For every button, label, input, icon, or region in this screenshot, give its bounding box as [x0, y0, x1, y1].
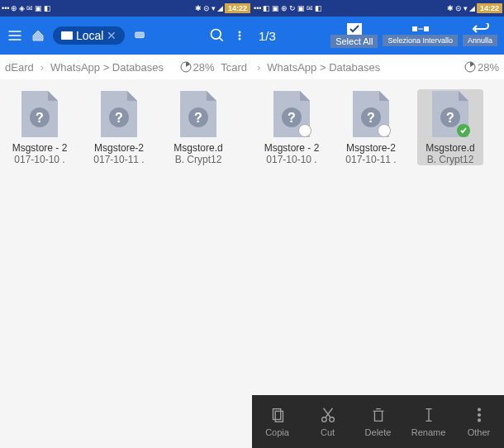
file-item[interactable]: ? Msgstore - 2 017-10-10 .	[7, 89, 73, 165]
rename-icon	[420, 406, 438, 424]
select-all-label[interactable]: Select All	[330, 35, 378, 48]
file-item[interactable]: ? Msgstore-2 017-10-11 .	[338, 89, 404, 165]
svg-point-5	[239, 38, 240, 40]
file-pane-left: ? Msgstore - 2 017-10-10 . ? Msgstore-2 …	[0, 79, 252, 175]
file-icon: ?	[177, 89, 220, 139]
selection-counter: 1/3	[259, 29, 276, 43]
svg-text:?: ?	[194, 111, 202, 125]
file-date: 017-10-10 .	[259, 154, 325, 165]
file-date: 017-10-10 .	[7, 154, 73, 165]
file-date: B. Crypt12	[417, 154, 483, 165]
cut-icon	[319, 406, 337, 424]
svg-point-28	[478, 419, 480, 422]
svg-point-25	[329, 417, 334, 422]
appbar-right: 1/3 Select All Seleziona Intervallo Annu…	[252, 17, 504, 55]
selection-circle[interactable]	[378, 124, 391, 137]
menu-icon[interactable]	[7, 27, 23, 44]
svg-point-26	[478, 408, 480, 411]
file-item[interactable]: ? Msgstore.d B. Crypt12	[165, 89, 231, 165]
chevron-icon: ›	[40, 61, 44, 74]
delete-button[interactable]: Delete	[353, 395, 403, 448]
file-date: 017-10-11 .	[86, 154, 152, 165]
breadcrumb-card: dEard	[5, 61, 34, 74]
file-pane-right: ? Msgstore - 2 017-10-10 . ? Msgstore-2 …	[252, 79, 504, 175]
status-time: 14:22	[477, 3, 502, 13]
chevron-icon: ›	[257, 61, 260, 74]
file-date: B. Crypt12	[165, 154, 231, 165]
file-item[interactable]: ? Msgstore.d B. Crypt12	[417, 89, 483, 165]
svg-rect-23	[275, 411, 283, 422]
svg-point-24	[321, 417, 326, 422]
status-time: 14:22	[225, 3, 250, 13]
status-bar-left: •••⊕◈✉▣◧ ✱⊝▾◢ 14:22	[0, 0, 252, 17]
status-bar-right: •••◧▣⊕↻▣✉◧ ✱⊝▾◢ 14:22	[252, 0, 504, 17]
file-item[interactable]: ? Msgstore - 2 017-10-10 .	[259, 89, 325, 165]
svg-text:?: ?	[367, 111, 375, 125]
bottom-action-bar: Copia Cut Delete Rename Other	[252, 395, 504, 448]
select-all-checkbox[interactable]	[347, 23, 362, 35]
other-button[interactable]: Other	[454, 395, 504, 448]
svg-rect-7	[424, 26, 429, 31]
select-range-label[interactable]: Seleziona Intervallo	[383, 35, 458, 46]
more-icon[interactable]	[234, 27, 245, 44]
location-badge[interactable]: Local ✕	[53, 26, 125, 45]
breadcrumb-left[interactable]: dEard › WhatsApp > Databases 28% Tcard	[0, 55, 252, 79]
file-icon: ?	[429, 89, 472, 139]
file-icon: ?	[349, 89, 392, 139]
svg-rect-6	[412, 26, 417, 31]
home-icon[interactable]	[31, 29, 45, 42]
svg-text:?: ?	[115, 111, 123, 125]
svg-text:?: ?	[446, 111, 454, 125]
file-name: Msgstore.d	[165, 142, 231, 154]
search-icon[interactable]	[209, 27, 226, 44]
svg-text:?: ?	[288, 111, 296, 125]
appbar-left: Local ✕	[0, 17, 252, 55]
location-label: Local	[76, 29, 103, 42]
range-icon[interactable]	[411, 23, 430, 35]
file-name: Msgstore-2	[338, 142, 404, 154]
cancel-label[interactable]: Annulla	[463, 35, 497, 46]
file-name: Msgstore - 2	[7, 142, 73, 154]
file-name: Msgstore-2	[86, 142, 152, 154]
copy-button[interactable]: Copia	[252, 395, 302, 448]
breadcrumb-right[interactable]: › WhatsApp > Databases 28%	[252, 55, 504, 79]
file-name: Msgstore - 2	[259, 142, 325, 154]
rename-button[interactable]: Rename	[403, 395, 454, 448]
svg-rect-0	[61, 31, 73, 40]
breadcrumb-path: WhatsApp > Databases	[267, 61, 380, 74]
svg-rect-22	[273, 409, 280, 420]
file-date: 017-10-11 .	[338, 154, 404, 165]
file-icon: ?	[270, 89, 313, 139]
svg-rect-1	[136, 32, 145, 38]
more-icon	[470, 406, 488, 424]
svg-point-2	[212, 30, 221, 40]
cut-button[interactable]: Cut	[302, 395, 353, 448]
svg-text:?: ?	[36, 111, 44, 125]
selection-circle[interactable]	[298, 124, 311, 137]
storage-indicator: 28%	[464, 61, 499, 74]
file-icon: ?	[97, 89, 140, 139]
svg-point-3	[239, 31, 240, 33]
delete-icon	[369, 406, 388, 424]
file-icon: ?	[18, 89, 61, 139]
undo-icon[interactable]	[470, 23, 490, 35]
svg-point-27	[478, 414, 480, 417]
file-item[interactable]: ? Msgstore-2 017-10-11 .	[86, 89, 152, 165]
breadcrumb-path: WhatsApp > Databases	[50, 61, 164, 74]
copy-icon	[269, 406, 287, 424]
chat-icon[interactable]	[133, 29, 146, 42]
file-name: Msgstore.d	[417, 142, 483, 154]
svg-point-4	[239, 35, 240, 36]
storage-indicator: 28% Tcard	[180, 61, 247, 74]
selection-check-icon[interactable]	[457, 124, 470, 137]
